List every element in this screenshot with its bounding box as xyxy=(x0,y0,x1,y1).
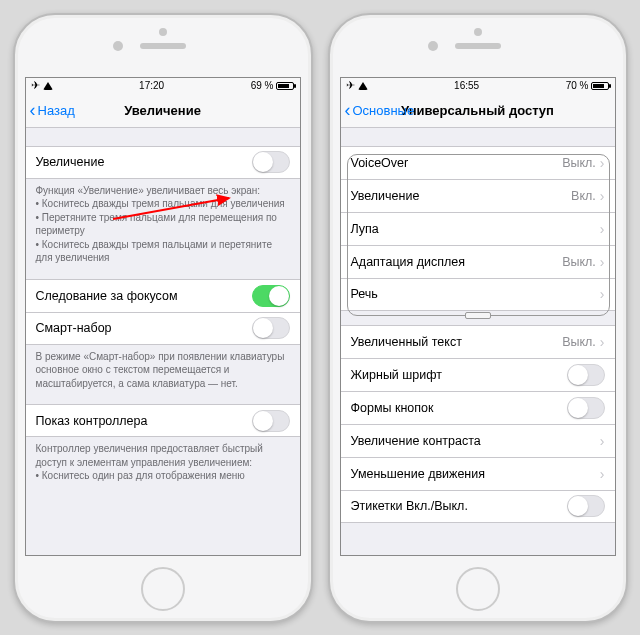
status-bar: ✈ 16:55 70 % xyxy=(341,78,615,94)
list-item[interactable]: Адаптация дисплеяВыкл. › xyxy=(341,245,615,278)
toggle[interactable] xyxy=(567,364,605,386)
list-item[interactable]: Уменьшение движения › xyxy=(341,457,615,490)
back-button[interactable]: ‹ Назад xyxy=(30,103,75,118)
status-time: 17:20 xyxy=(139,80,164,91)
group-vision: VoiceOverВыкл. ›УвеличениеВкл. ›Лупа ›Ад… xyxy=(341,146,615,311)
back-label: Основные xyxy=(353,103,415,118)
chevron-right-icon: › xyxy=(600,188,605,204)
list-item[interactable]: Увеличение контраста › xyxy=(341,424,615,457)
chevron-right-icon: › xyxy=(600,334,605,350)
toggle[interactable] xyxy=(567,495,605,517)
sensor-dot xyxy=(474,28,482,36)
chevron-right-icon: › xyxy=(600,466,605,482)
list-item[interactable]: Увеличенный текстВыкл. › xyxy=(341,325,615,358)
front-camera xyxy=(428,41,438,51)
list-item[interactable]: Речь › xyxy=(341,278,615,311)
chevron-right-icon: › xyxy=(600,221,605,237)
row-label: Формы кнопок xyxy=(351,401,434,415)
nav-bar: ‹ Основные Универсальный доступ xyxy=(341,94,615,128)
toggle-show-controller[interactable] xyxy=(252,410,290,432)
screen-left: ✈ 17:20 69 % ‹ Назад Увеличение xyxy=(25,77,301,556)
chevron-right-icon: › xyxy=(600,155,605,171)
row-label: Увеличение контраста xyxy=(351,434,481,448)
row-label: Смарт-набор xyxy=(36,321,112,335)
battery-percent: 70 % xyxy=(566,80,589,91)
wifi-icon xyxy=(358,82,368,90)
row-label: Увеличение xyxy=(351,189,420,203)
footer-list: Коснитесь дважды тремя пальцами для увел… xyxy=(36,197,290,265)
group-display: Увеличенный текстВыкл. ›Жирный шрифтФорм… xyxy=(341,325,615,523)
wifi-icon xyxy=(43,82,53,90)
speaker-slit xyxy=(455,43,501,49)
footer-smart-help: В режиме «Смарт-набор» при появлении кла… xyxy=(26,345,300,391)
toggle-smart-typing[interactable] xyxy=(252,317,290,339)
row-label: Увеличенный текст xyxy=(351,335,462,349)
list-item[interactable]: VoiceOverВыкл. › xyxy=(341,146,615,179)
toggle[interactable] xyxy=(567,397,605,419)
toggle-follow-focus[interactable] xyxy=(252,285,290,307)
toggle-zoom[interactable] xyxy=(252,151,290,173)
row-zoom-toggle[interactable]: Увеличение xyxy=(26,146,300,179)
phone-left: ✈ 17:20 69 % ‹ Назад Увеличение xyxy=(13,13,313,623)
chevron-right-icon: › xyxy=(600,286,605,302)
row-value: Выкл. › xyxy=(562,155,604,171)
list-item[interactable]: Лупа › xyxy=(341,212,615,245)
battery-icon xyxy=(276,82,294,90)
row-label: Увеличение xyxy=(36,155,105,169)
list-item[interactable]: Жирный шрифт xyxy=(341,358,615,391)
back-label: Назад xyxy=(38,103,75,118)
row-label: Адаптация дисплея xyxy=(351,255,466,269)
sensor-dot xyxy=(159,28,167,36)
status-bar: ✈ 17:20 69 % xyxy=(26,78,300,94)
row-label: Жирный шрифт xyxy=(351,368,443,382)
group-focus: Следование за фокусом Смарт-набор xyxy=(26,279,300,345)
row-value: Выкл. › xyxy=(562,334,604,350)
row-value: Выкл. › xyxy=(562,254,604,270)
row-value: › xyxy=(600,466,605,482)
footer-item: Коснитесь дважды тремя пальцами для увел… xyxy=(36,197,290,211)
footer-head: Функция «Увеличение» увеличивает весь эк… xyxy=(36,184,290,198)
group-zoom: Увеличение xyxy=(26,146,300,179)
status-time: 16:55 xyxy=(454,80,479,91)
footer-list: Коснитесь один раз для отображения меню xyxy=(36,469,290,483)
airplane-icon: ✈ xyxy=(31,79,40,92)
footer-item: Коснитесь один раз для отображения меню xyxy=(36,469,290,483)
list-item[interactable]: УвеличениеВкл. › xyxy=(341,179,615,212)
list-item[interactable]: Этикетки Вкл./Выкл. xyxy=(341,490,615,523)
page-title: Увеличение xyxy=(124,103,201,118)
row-value: › xyxy=(600,221,605,237)
home-button[interactable] xyxy=(456,567,500,611)
row-show-controller[interactable]: Показ контроллера xyxy=(26,404,300,437)
phone-right: ✈ 16:55 70 % ‹ Основные Универсальный до… xyxy=(328,13,628,623)
row-label: Уменьшение движения xyxy=(351,467,486,481)
row-value: › xyxy=(600,286,605,302)
row-value: Вкл. › xyxy=(571,188,604,204)
row-label: Лупа xyxy=(351,222,379,236)
zoom-window-handle[interactable] xyxy=(465,312,491,319)
content: VoiceOverВыкл. ›УвеличениеВкл. ›Лупа ›Ад… xyxy=(341,128,615,555)
row-value: › xyxy=(600,433,605,449)
chevron-right-icon: › xyxy=(600,433,605,449)
row-smart-typing[interactable]: Смарт-набор xyxy=(26,312,300,345)
footer-head: Контроллер увеличения предоставляет быст… xyxy=(36,442,290,469)
nav-bar: ‹ Назад Увеличение xyxy=(26,94,300,128)
airplane-icon: ✈ xyxy=(346,79,355,92)
home-button[interactable] xyxy=(141,567,185,611)
back-button[interactable]: ‹ Основные xyxy=(345,103,415,118)
row-label: Показ контроллера xyxy=(36,414,148,428)
row-label: Следование за фокусом xyxy=(36,289,178,303)
footer-zoom-help: Функция «Увеличение» увеличивает весь эк… xyxy=(26,179,300,265)
group-controller: Показ контроллера xyxy=(26,404,300,437)
row-label: VoiceOver xyxy=(351,156,409,170)
battery-percent: 69 % xyxy=(251,80,274,91)
page-title: Универсальный доступ xyxy=(401,103,554,118)
row-label: Этикетки Вкл./Выкл. xyxy=(351,499,468,513)
chevron-right-icon: › xyxy=(600,254,605,270)
list-item[interactable]: Формы кнопок xyxy=(341,391,615,424)
battery-icon xyxy=(591,82,609,90)
screen-right: ✈ 16:55 70 % ‹ Основные Универсальный до… xyxy=(340,77,616,556)
speaker-slit xyxy=(140,43,186,49)
front-camera xyxy=(113,41,123,51)
row-follow-focus[interactable]: Следование за фокусом xyxy=(26,279,300,312)
content: Увеличение Функция «Увеличение» увеличив… xyxy=(26,128,300,555)
